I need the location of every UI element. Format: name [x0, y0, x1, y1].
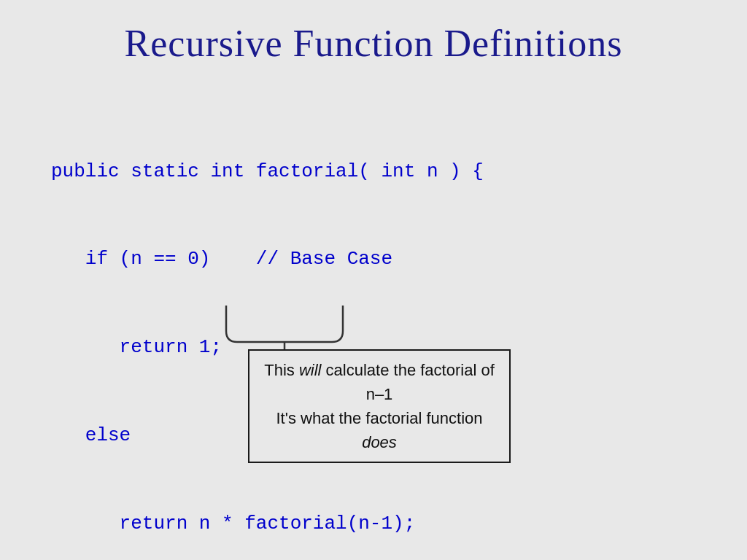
annotation-line1-post: calculate the factorial of n–1: [322, 361, 495, 403]
slide: Recursive Function Definitions public st…: [0, 0, 747, 560]
annotation-line2-italic: does: [362, 433, 397, 451]
annotation-line1-italic: will: [299, 361, 322, 379]
code-line-2: if (n == 0) // Base Case: [51, 244, 696, 273]
annotation-text-line2: It's what the factorial function does: [264, 406, 495, 454]
title-area: Recursive Function Definitions: [0, 0, 747, 72]
annotation-line2-pre: It's what the factorial function: [276, 409, 482, 427]
code-line-5: return n * factorial(n-1);: [51, 509, 696, 538]
code-area: public static int factorial( int n ) { i…: [0, 76, 747, 560]
annotation-text-line1: This will calculate the factorial of n–1: [264, 358, 495, 406]
annotation-box: This will calculate the factorial of n–1…: [248, 349, 511, 463]
annotation-line1-pre: This: [264, 361, 299, 379]
slide-title: Recursive Function Definitions: [44, 22, 703, 65]
code-line-1: public static int factorial( int n ) {: [51, 157, 696, 186]
